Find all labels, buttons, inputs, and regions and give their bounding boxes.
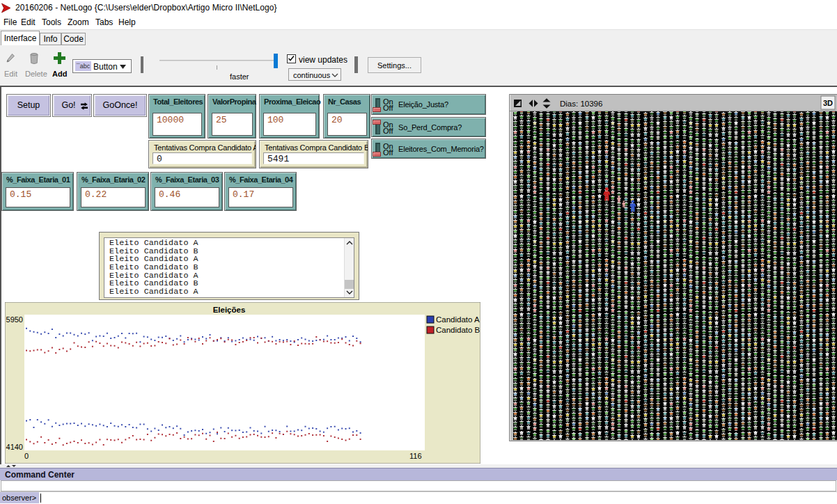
svg-text:Eleições: Eleições xyxy=(213,306,246,314)
svg-text:0: 0 xyxy=(24,452,29,460)
svg-text:Dias: 10396: Dias: 10396 xyxy=(560,100,602,108)
svg-text:Candidato B: Candidato B xyxy=(436,326,480,334)
svg-text:4140: 4140 xyxy=(6,443,23,451)
svg-text:Candidato A: Candidato A xyxy=(436,315,480,324)
svg-text:3D: 3D xyxy=(823,99,833,107)
svg-text:116: 116 xyxy=(409,452,422,460)
svg-text:5950: 5950 xyxy=(6,315,23,324)
